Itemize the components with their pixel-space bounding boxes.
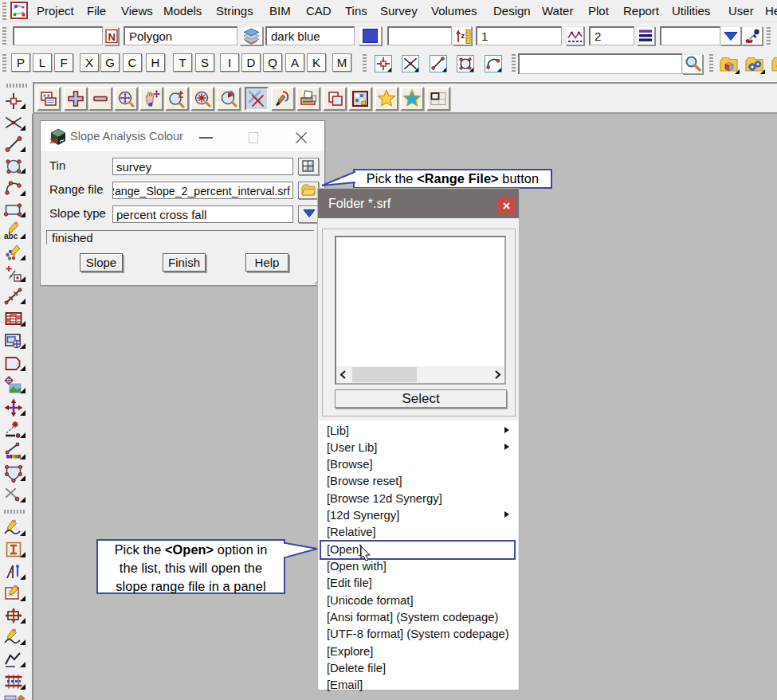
svg-text:12: 12 (49, 137, 57, 145)
svg-text:z: z (461, 32, 465, 40)
svg-text:N: N (108, 31, 115, 43)
